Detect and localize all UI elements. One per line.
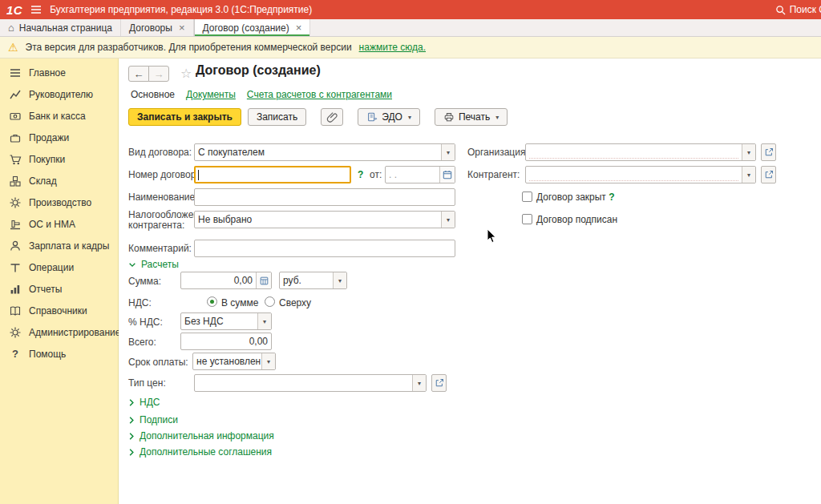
- form-nav-tabs: Основное Документы Счета расчетов с конт…: [131, 89, 392, 100]
- price-type-open-button[interactable]: [431, 374, 447, 392]
- chevron-right-icon: [128, 398, 135, 407]
- number-help[interactable]: ?: [358, 169, 363, 180]
- sidebar-item-glavnoe[interactable]: Главное: [0, 62, 118, 83]
- back-button[interactable]: ←: [128, 66, 149, 82]
- total-label: Всего:: [128, 337, 156, 348]
- organization-field[interactable]: ▾: [525, 143, 756, 161]
- money-icon: [9, 110, 22, 123]
- chevron-down-icon[interactable]: ▾: [257, 313, 271, 329]
- chevron-down-icon[interactable]: ▾: [441, 144, 455, 160]
- contragent-open-button[interactable]: [761, 166, 776, 183]
- organization-label: Организация:: [467, 147, 528, 158]
- 1c-logo: 1С: [6, 3, 22, 17]
- sidebar-item-operacii[interactable]: Операции: [0, 256, 118, 278]
- due-date-label: Срок оплаты:: [128, 357, 188, 368]
- calendar-button[interactable]: [439, 167, 455, 183]
- contract-signed-checkbox[interactable]: [522, 214, 532, 224]
- chevron-right-icon: [128, 416, 135, 425]
- contract-signed-label[interactable]: Договор подписан: [536, 214, 617, 225]
- section-nds[interactable]: НДС: [128, 397, 160, 408]
- vat-on-top-radio[interactable]: [265, 296, 275, 307]
- contract-closed-label[interactable]: Договор закрыт ?: [536, 192, 615, 203]
- contragent-field[interactable]: ▾: [525, 166, 756, 183]
- vat-in-sum-radio[interactable]: [207, 296, 217, 307]
- chevron-down-icon[interactable]: ▾: [261, 353, 275, 369]
- menu-icon: [9, 67, 22, 79]
- contract-type-combobox[interactable]: С покупателем ▾: [194, 143, 455, 161]
- comment-label: Комментарий:: [128, 243, 192, 254]
- section-raschety[interactable]: Расчеты: [128, 259, 179, 270]
- calculator-button[interactable]: [256, 272, 271, 288]
- sidebar-item-administrirovanie[interactable]: Администрирование: [0, 321, 118, 343]
- paperclip-icon: [326, 111, 338, 123]
- text-caret: [198, 170, 199, 180]
- vat-rate-label: % НДС:: [128, 317, 163, 328]
- vat-rate-combobox[interactable]: Без НДС ▾: [180, 312, 272, 330]
- chevron-down-icon[interactable]: ▾: [441, 212, 455, 228]
- section-dop-soglasheniya[interactable]: Дополнительные соглашения: [128, 446, 272, 458]
- chevron-down-icon[interactable]: ▾: [333, 272, 346, 288]
- empty-field-dots: [529, 147, 738, 159]
- tab-dogovory[interactable]: Договоры ×: [121, 19, 194, 36]
- taxation-combobox[interactable]: Не выбрано ▾: [194, 211, 455, 228]
- sidebar-item-sklad[interactable]: Склад: [0, 170, 118, 192]
- chevron-down-icon[interactable]: ▾: [742, 144, 755, 160]
- close-icon[interactable]: ×: [296, 22, 302, 34]
- contragent-label: Контрагент:: [467, 169, 520, 180]
- organization-open-button[interactable]: [761, 143, 776, 161]
- forward-button[interactable]: →: [148, 66, 169, 82]
- vat-on-top-label[interactable]: Сверху: [279, 297, 311, 308]
- warning-link[interactable]: нажмите сюда.: [359, 42, 426, 53]
- favorite-star-icon[interactable]: ☆: [180, 66, 192, 81]
- boxes-icon: [9, 175, 22, 187]
- tab-scheta-raschetov[interactable]: Счета расчетов с контрагентами: [247, 89, 392, 100]
- sidebar-item-spravochniki[interactable]: Справочники: [0, 300, 118, 321]
- price-type-label: Тип цен:: [128, 377, 166, 389]
- contract-closed-checkbox[interactable]: [522, 192, 532, 202]
- name-label: Наименование:: [128, 192, 198, 203]
- close-icon[interactable]: ×: [179, 22, 185, 34]
- sidebar-item-otchety[interactable]: Отчеты: [0, 278, 118, 300]
- contract-number-input[interactable]: [194, 166, 351, 183]
- section-podpisi[interactable]: Подписи: [128, 414, 178, 425]
- sidebar-item-pokupki[interactable]: Покупки: [0, 148, 118, 170]
- gear-icon: [9, 196, 22, 209]
- save-button[interactable]: Записать: [248, 108, 306, 126]
- tab-home[interactable]: ⌂ Начальная страница: [0, 19, 121, 36]
- empty-field-dots: [529, 169, 738, 181]
- edo-button[interactable]: ЭДО ▾: [358, 108, 420, 126]
- chevron-down-icon[interactable]: ▾: [742, 167, 755, 183]
- contract-type-label: Вид договора:: [128, 147, 192, 158]
- price-type-field[interactable]: ▾: [194, 374, 427, 392]
- sidebar-item-prodazhi[interactable]: Продажи: [0, 127, 118, 148]
- comment-input[interactable]: [194, 240, 455, 257]
- sidebar-item-bank-kassa[interactable]: Банк и касса: [0, 105, 118, 127]
- sidebar-item-zarplata-kadry[interactable]: Зарплата и кадры: [0, 235, 118, 256]
- due-date-combobox[interactable]: не установлен ▾: [192, 353, 276, 370]
- name-input[interactable]: [194, 188, 455, 206]
- sum-input[interactable]: 0,00: [180, 272, 272, 289]
- tab-dokumenty[interactable]: Документы: [186, 89, 236, 100]
- sidebar-item-pomosch[interactable]: ? Помощь: [0, 343, 118, 365]
- sidebar-item-proizvodstvo[interactable]: Производство: [0, 192, 118, 213]
- currency-combobox[interactable]: руб. ▾: [279, 272, 347, 289]
- dev-version-warning: ⚠ Эта версия для разработчиков. Для прио…: [0, 37, 821, 58]
- global-search[interactable]: Поиск С: [775, 4, 821, 15]
- chevron-down-icon[interactable]: ▾: [412, 375, 426, 391]
- section-dop-informaciya[interactable]: Дополнительная информация: [128, 430, 274, 442]
- closed-help[interactable]: ?: [609, 192, 614, 203]
- sidebar-item-rukovoditelyu[interactable]: Руководителю: [0, 83, 118, 105]
- sidebar-item-os-nma[interactable]: ОС и НМА: [0, 213, 118, 235]
- tab-dogovor-creation[interactable]: Договор (создание) ×: [194, 19, 311, 36]
- vat-in-sum-label[interactable]: В сумме: [221, 297, 258, 308]
- tab-label: Начальная страница: [19, 22, 112, 34]
- attachment-button[interactable]: [321, 108, 343, 126]
- total-input[interactable]: 0,00: [180, 333, 272, 350]
- print-button[interactable]: Печать ▾: [435, 108, 508, 126]
- chevron-right-icon: [128, 448, 135, 457]
- main-menu-icon[interactable]: [30, 5, 42, 14]
- vat-label: НДС:: [128, 297, 152, 308]
- contract-date-input[interactable]: . .: [385, 166, 455, 183]
- tab-osnovnoe[interactable]: Основное: [131, 89, 175, 100]
- save-and-close-button[interactable]: Записать и закрыть: [128, 108, 241, 126]
